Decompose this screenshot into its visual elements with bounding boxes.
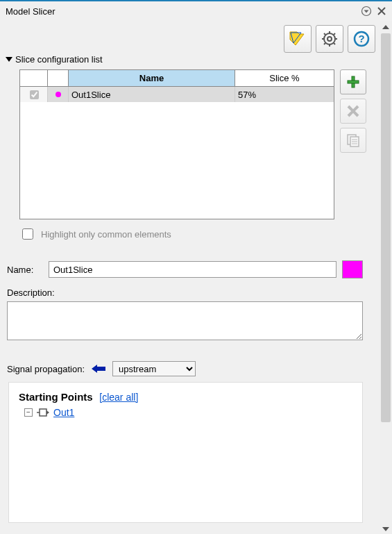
svg-marker-1: [364, 10, 369, 13]
vertical-scrollbar[interactable]: [380, 21, 392, 534]
row-color-dot: [56, 92, 61, 97]
row-pct: 57%: [235, 87, 334, 102]
svg-text:?: ?: [358, 33, 364, 44]
svg-rect-28: [40, 409, 46, 416]
slice-list-label: Slice configuration list: [15, 54, 103, 65]
signal-label: Signal propagation:: [7, 364, 85, 374]
starting-points-title: Starting Points: [19, 391, 93, 403]
slice-list-header[interactable]: Slice configuration list: [6, 54, 103, 65]
svg-line-12: [324, 33, 325, 35]
highlight-common-label: Highlight only common elements: [41, 229, 171, 240]
svg-marker-31: [382, 527, 389, 531]
description-label: Description:: [7, 287, 55, 298]
scroll-thumb[interactable]: [381, 33, 391, 422]
add-slice-button[interactable]: [340, 69, 366, 94]
svg-line-15: [324, 43, 325, 44]
help-button[interactable]: ?: [348, 25, 375, 53]
settings-button[interactable]: [316, 25, 343, 53]
col-header-color: [48, 70, 69, 87]
table-row[interactable]: Out1Slice 57%: [20, 87, 334, 102]
col-header-pct: Slice %: [235, 70, 334, 87]
highlight-common-checkbox[interactable]: [22, 228, 33, 240]
signal-select[interactable]: upstream: [112, 361, 196, 376]
scroll-up-icon[interactable]: [380, 21, 392, 33]
svg-point-7: [327, 37, 332, 41]
panel-title: Model Slicer: [6, 6, 360, 17]
starting-point-link[interactable]: Out1: [53, 407, 74, 418]
name-label: Name:: [7, 265, 43, 275]
svg-marker-29: [46, 410, 49, 415]
close-icon[interactable]: [377, 6, 386, 16]
block-port-icon: [37, 408, 49, 417]
scroll-down-icon[interactable]: [380, 523, 392, 534]
color-swatch[interactable]: [342, 260, 363, 278]
row-checkbox[interactable]: [30, 90, 39, 99]
slice-table[interactable]: Name Slice % Out1Slice 57%: [19, 69, 334, 219]
svg-marker-30: [382, 25, 389, 29]
col-header-name: Name: [69, 70, 235, 87]
tree-collapse-icon[interactable]: −: [24, 408, 33, 417]
svg-line-14: [334, 33, 335, 35]
name-input[interactable]: [49, 261, 336, 278]
svg-line-13: [334, 43, 335, 44]
delete-slice-button[interactable]: [340, 99, 366, 124]
svg-marker-27: [92, 365, 105, 373]
svg-rect-19: [348, 81, 359, 83]
svg-point-6: [324, 33, 335, 44]
row-name: Out1Slice: [69, 87, 235, 102]
collapse-triangle-icon: [6, 57, 12, 62]
col-header-check: [20, 70, 48, 87]
clear-all-link[interactable]: [clear all]: [99, 392, 138, 403]
panel-menu-icon[interactable]: [360, 5, 373, 17]
copy-slice-button[interactable]: [340, 128, 366, 153]
left-arrow-icon: [92, 365, 105, 373]
highlight-model-button[interactable]: [284, 25, 312, 53]
description-input[interactable]: [7, 301, 363, 340]
